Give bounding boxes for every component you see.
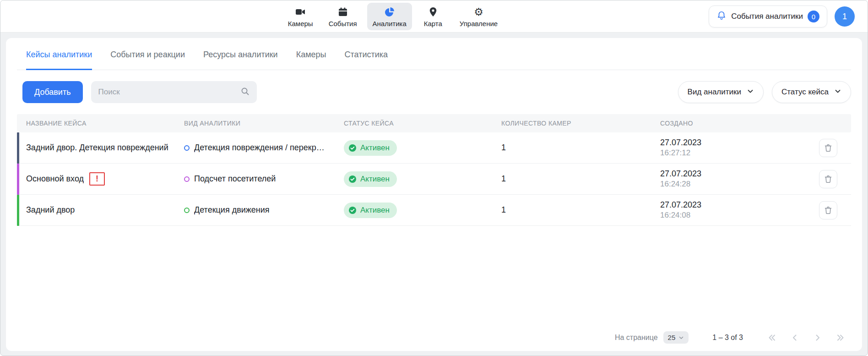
map-pin-icon (428, 6, 439, 18)
status-label: Активен (360, 143, 390, 153)
analytics-type-icon (184, 176, 190, 182)
topbar: Камеры События Аналитика Карта (0, 0, 868, 33)
analytics-type-filter-label: Вид аналитики (688, 88, 741, 97)
gear-icon: ⚙ (474, 6, 483, 18)
status-badge: Активен (344, 140, 397, 156)
calendar-icon (337, 6, 348, 18)
cases-table: НАЗВАНИЕ КЕЙСА ВИД АНАЛИТИКИ СТАТУС КЕЙС… (17, 114, 851, 226)
case-status-filter-label: Статус кейса (781, 88, 829, 97)
row-accent-bar (17, 195, 19, 226)
table-row[interactable]: Задний двор Детекция движения Активен 1 … (17, 195, 851, 226)
nav-label: Управление (460, 20, 498, 27)
bell-icon (716, 11, 727, 23)
delete-case-button[interactable] (819, 170, 837, 188)
col-header-case-name: НАЗВАНИЕ КЕЙСА (17, 120, 175, 127)
tabs-bar: Кейсы аналитики События и реакции Ресурс… (17, 38, 851, 70)
table-row[interactable]: Основной вход ! Подсчет посетителей Акти… (17, 164, 851, 195)
pagination: На странице 25 1 – 3 of 3 (615, 331, 846, 344)
status-badge: Активен (344, 203, 397, 218)
camera-count: 1 (501, 143, 506, 153)
trash-icon (824, 206, 833, 215)
nav-label: Карта (424, 20, 442, 27)
first-page-button[interactable] (767, 333, 777, 343)
col-header-created: СОЗДАНО (651, 120, 819, 127)
last-page-button[interactable] (835, 333, 846, 343)
col-header-analytics-type: ВИД АНАЛИТИКИ (175, 120, 335, 127)
add-case-button[interactable]: Добавить (22, 81, 83, 103)
next-page-button[interactable] (813, 333, 823, 343)
prev-page-button[interactable] (790, 333, 800, 343)
status-label: Активен (360, 175, 390, 184)
cases-table-body: Задний двор. Детекция повреждений Детекц… (17, 132, 851, 226)
col-header-camera-count: КОЛИЧЕСТВО КАМЕР (492, 120, 651, 127)
created-time: 16:27:12 (660, 148, 690, 158)
per-page-label: На странице (615, 334, 658, 342)
check-circle-icon (348, 144, 357, 152)
case-status-filter[interactable]: Статус кейса (772, 81, 851, 103)
trash-icon (824, 175, 833, 184)
trash-icon (824, 143, 833, 153)
tab-statistics[interactable]: Статистика (345, 50, 388, 70)
main-nav: Камеры События Аналитика Карта (282, 3, 503, 30)
chevron-left-icon (790, 333, 800, 343)
case-name: Задний двор (26, 205, 75, 215)
app-window: Камеры События Аналитика Карта (0, 0, 868, 356)
created-date: 27.07.2023 (660, 138, 701, 148)
pagination-range: 1 – 3 of 3 (712, 334, 743, 342)
status-badge: Активен (344, 171, 397, 187)
topbar-right: События аналитики 0 1 (709, 0, 855, 33)
user-avatar[interactable]: 1 (835, 6, 855, 27)
nav-label: Камеры (288, 20, 313, 27)
tab-cameras[interactable]: Камеры (296, 50, 326, 70)
row-accent-bar (17, 132, 19, 164)
chevron-down-icon (678, 335, 684, 340)
case-name: Задний двор. Детекция повреждений (26, 143, 168, 153)
tab-analytics-resources[interactable]: Ресурсы аналитики (203, 50, 278, 70)
analytics-type-label: Детекция повреждения / перекр… (194, 143, 325, 153)
chevron-right-icon (813, 333, 823, 343)
analytics-type-label: Подсчет посетителей (194, 174, 276, 184)
chevron-down-icon (747, 88, 754, 97)
toolbar: Добавить Вид аналитики Статус кейса (17, 81, 851, 103)
case-alert-indicator: ! (89, 172, 105, 186)
analytics-type-icon (184, 145, 190, 151)
nav-item-cameras[interactable]: Камеры (282, 3, 319, 30)
double-chevron-left-icon (767, 333, 777, 343)
per-page-value: 25 (668, 334, 676, 341)
created-time: 16:24:28 (660, 180, 690, 189)
content-background: Кейсы аналитики События и реакции Ресурс… (0, 33, 868, 356)
analytics-type-filter[interactable]: Вид аналитики (678, 81, 764, 103)
status-label: Активен (360, 206, 390, 215)
col-header-case-status: СТАТУС КЕЙСА (335, 120, 492, 127)
nav-label: Аналитика (373, 20, 407, 27)
created-time: 16:24:08 (660, 211, 690, 220)
analytics-type-icon (184, 208, 190, 213)
created-date: 27.07.2023 (660, 200, 701, 210)
check-circle-icon (348, 175, 357, 183)
tab-events-reactions[interactable]: События и реакции (110, 50, 185, 70)
case-name: Основной вход (26, 174, 84, 184)
table-row[interactable]: Задний двор. Детекция повреждений Детекц… (17, 132, 851, 164)
nav-item-map[interactable]: Карта (417, 3, 450, 30)
search-icon (240, 87, 250, 98)
per-page-select[interactable]: 25 (663, 331, 689, 344)
table-header-row: НАЗВАНИЕ КЕЙСА ВИД АНАЛИТИКИ СТАТУС КЕЙС… (17, 114, 851, 132)
camera-count: 1 (501, 205, 506, 215)
analytics-card: Кейсы аналитики События и реакции Ресурс… (6, 38, 862, 351)
nav-item-analytics[interactable]: Аналитика (367, 3, 412, 30)
delete-case-button[interactable] (819, 139, 837, 157)
tab-analytics-cases[interactable]: Кейсы аналитики (26, 50, 92, 70)
delete-case-button[interactable] (819, 201, 837, 219)
search-input[interactable] (98, 88, 236, 97)
video-camera-icon (295, 6, 306, 18)
nav-label: События (329, 20, 357, 27)
pager-arrows (767, 333, 846, 343)
pie-chart-icon (384, 6, 395, 18)
camera-count: 1 (501, 174, 506, 184)
analytics-events-button[interactable]: События аналитики 0 (709, 5, 827, 27)
events-count-badge: 0 (808, 11, 819, 22)
per-page-control: На странице 25 (615, 331, 689, 344)
nav-item-management[interactable]: ⚙ Управление (454, 3, 503, 30)
row-accent-bar (17, 164, 19, 195)
nav-item-events[interactable]: События (323, 3, 363, 30)
